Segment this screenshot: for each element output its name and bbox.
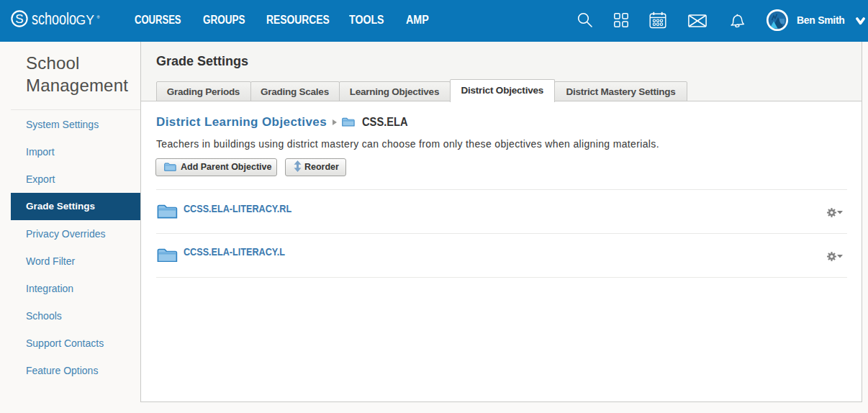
svg-text:S: S xyxy=(15,12,23,26)
